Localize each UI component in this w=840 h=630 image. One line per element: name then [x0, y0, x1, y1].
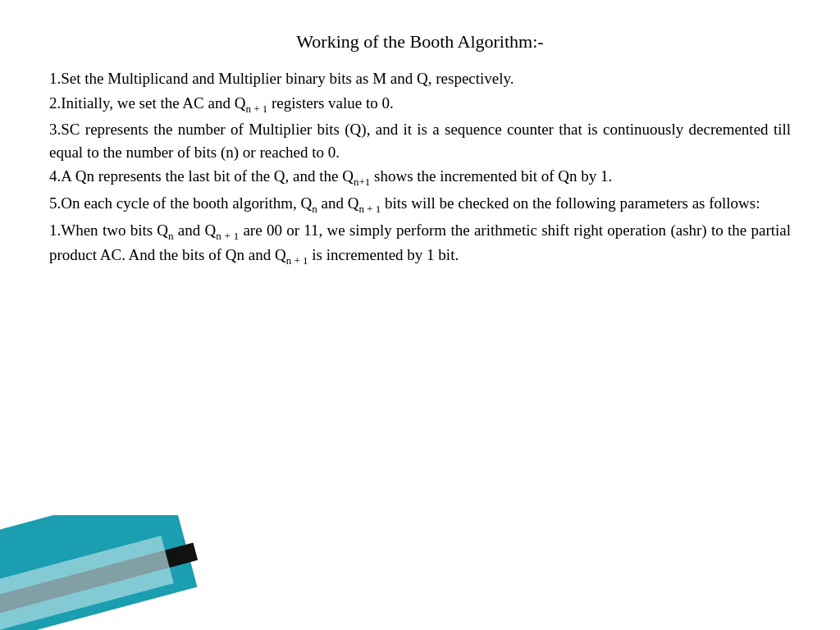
step6-sub3: n + 1 [286, 254, 308, 267]
bottom-decoration [0, 515, 230, 630]
step2-prefix: 2.Initially, we set the AC and Q [49, 94, 245, 112]
step3-text: 3.SC represents the number of Multiplier… [49, 121, 791, 161]
step6-mid1: and Q [174, 221, 217, 239]
step4-suffix: shows the incremented bit of Qn by 1. [370, 167, 612, 185]
step1-text: 1.Set the Multiplicand and Multiplier bi… [49, 70, 514, 87]
step4-sub: n+1 [354, 176, 370, 188]
slide-container: Working of the Booth Algorithm:- 1.Set t… [0, 0, 840, 630]
step6-end: is incremented by 1 bit. [308, 246, 459, 263]
step1-paragraph: 1.Set the Multiplicand and Multiplier bi… [49, 67, 791, 90]
step3-paragraph: 3.SC represents the number of Multiplier… [49, 118, 791, 163]
step4-prefix: 4.A Qn represents the last bit of the Q,… [49, 167, 354, 185]
step2-paragraph: 2.Initially, we set the AC and Qn + 1 re… [49, 92, 791, 117]
step5-suffix: bits will be checked on the following pa… [381, 194, 760, 212]
slide-title: Working of the Booth Algorithm:- [0, 0, 840, 67]
step6-paragraph: 1.When two bits Qn and Qn + 1 are 00 or … [49, 219, 791, 269]
step6-sub2: n + 1 [216, 229, 239, 241]
step6-prefix: 1.When two bits Q [49, 221, 168, 239]
step4-paragraph: 4.A Qn represents the last bit of the Q,… [49, 165, 791, 190]
step5-sub2: n + 1 [358, 203, 381, 215]
step5-paragraph: 5.On each cycle of the booth algorithm, … [49, 192, 791, 217]
step2-suffix: registers value to 0. [267, 94, 394, 112]
content-area: 1.Set the Multiplicand and Multiplier bi… [0, 67, 840, 269]
step2-sub1: n + 1 [245, 102, 267, 114]
step5-mid: and Q [317, 194, 359, 212]
step5-prefix: 5.On each cycle of the booth algorithm, … [49, 194, 312, 212]
